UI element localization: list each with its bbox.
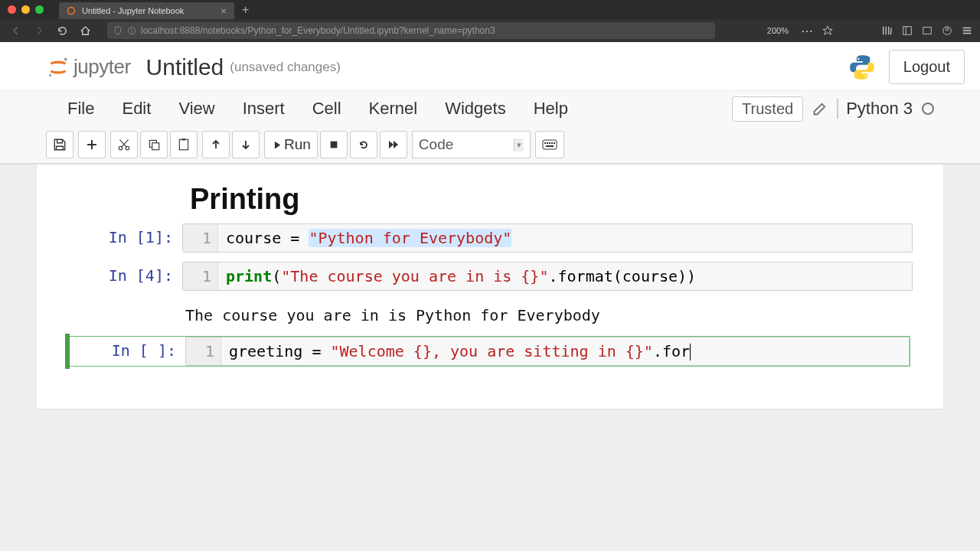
cell-prompt: In [ ]:: [70, 337, 185, 366]
maximize-window-icon[interactable]: [35, 5, 44, 14]
svg-rect-19: [330, 142, 337, 148]
trusted-badge[interactable]: Trusted: [732, 96, 803, 122]
hamburger-icon[interactable]: [962, 25, 972, 36]
more-icon[interactable]: ⋯: [801, 24, 813, 38]
menu-help[interactable]: Help: [520, 96, 582, 122]
info-icon: [127, 26, 136, 35]
svg-point-10: [49, 73, 51, 76]
tab-title: Untitled - Jupyter Notebook: [82, 6, 184, 15]
command-palette-button[interactable]: [535, 131, 564, 158]
forward-button: [31, 22, 47, 39]
paste-button[interactable]: [170, 131, 198, 158]
svg-rect-25: [554, 142, 555, 144]
browser-tab[interactable]: Untitled - Jupyter Notebook ×: [59, 2, 234, 19]
new-tab-button[interactable]: +: [242, 3, 249, 17]
output-cell: The course you are in is Python for Ever…: [67, 300, 913, 324]
account-icon[interactable]: [942, 25, 952, 36]
menu-widgets[interactable]: Widgets: [431, 96, 519, 122]
svg-rect-18: [182, 139, 186, 140]
line-gutter: 1: [186, 337, 221, 365]
jupyter-logo[interactable]: jupyter: [46, 55, 131, 80]
cell-input-area[interactable]: 1course = "Python for Everybody": [182, 223, 913, 253]
code-cell[interactable]: In [ ]:1greeting = "Welcome {}, you are …: [65, 334, 913, 369]
jupyter-toolbar: Run Code ▾: [0, 126, 980, 164]
home-button[interactable]: [77, 22, 93, 39]
notebook-title[interactable]: Untitled: [146, 54, 224, 80]
code-cell[interactable]: In [1]:1course = "Python for Everybody": [67, 223, 913, 253]
svg-rect-22: [547, 142, 548, 144]
reload-button[interactable]: [54, 22, 70, 39]
cell-input-area[interactable]: 1print("The course you are in is {}".for…: [182, 262, 913, 291]
library-icon[interactable]: [882, 25, 893, 36]
logout-button[interactable]: Logout: [889, 50, 965, 84]
restart-button[interactable]: [350, 131, 377, 158]
restart-run-all-button[interactable]: [380, 131, 407, 158]
menu-kernel[interactable]: Kernel: [355, 96, 432, 122]
notebook-container: Printing In [1]:1course = "Python for Ev…: [0, 165, 980, 551]
browser-tabstrip: Untitled - Jupyter Notebook × +: [0, 0, 980, 19]
run-button[interactable]: Run: [264, 131, 318, 158]
code-content[interactable]: print("The course you are in is {}".form…: [218, 262, 912, 290]
svg-point-11: [858, 57, 859, 59]
code-content[interactable]: course = "Python for Everybody": [218, 224, 912, 252]
svg-rect-17: [179, 139, 188, 150]
code-cell[interactable]: In [4]:1print("The course you are in is …: [67, 262, 913, 291]
jupyter-logo-text: jupyter: [74, 55, 131, 79]
svg-point-9: [64, 57, 67, 60]
cut-button[interactable]: [110, 131, 138, 158]
line-gutter: 1: [183, 262, 218, 290]
menu-cell[interactable]: Cell: [299, 96, 355, 122]
python-logo-icon: [848, 53, 877, 82]
kernel-status-icon: [922, 103, 934, 115]
back-button[interactable]: [8, 22, 24, 39]
close-tab-icon[interactable]: ×: [220, 5, 227, 17]
shield-icon: [113, 26, 122, 35]
text-cursor: [690, 344, 691, 360]
menubar: File Edit View Insert Cell Kernel Widget…: [0, 91, 980, 126]
code-content[interactable]: greeting = "Welcome {}, you are sitting …: [221, 337, 909, 365]
svg-rect-16: [152, 143, 159, 150]
svg-rect-20: [543, 140, 557, 149]
url-bar[interactable]: localhost:8888/notebooks/Python_for_Ever…: [107, 22, 715, 39]
cell-output: The course you are in is Python for Ever…: [182, 300, 600, 324]
svg-rect-26: [546, 145, 554, 147]
move-up-button[interactable]: [202, 131, 230, 158]
jupyter-favicon-icon: [67, 6, 76, 15]
bookmark-icon[interactable]: [822, 25, 833, 36]
menu-view[interactable]: View: [165, 96, 228, 122]
svg-point-0: [68, 8, 75, 15]
svg-rect-4: [903, 27, 912, 35]
cell-prompt: In [4]:: [67, 262, 182, 291]
menu-insert[interactable]: Insert: [229, 96, 299, 122]
save-status: (unsaved changes): [230, 60, 341, 75]
move-down-button[interactable]: [232, 131, 260, 158]
edit-icon[interactable]: [812, 101, 828, 116]
celltype-select[interactable]: Code ▾: [412, 131, 531, 158]
kernel-name[interactable]: Python 3: [837, 99, 913, 119]
menu-edit[interactable]: Edit: [108, 96, 165, 122]
celltype-value: Code: [419, 136, 453, 153]
zoom-level[interactable]: 200%: [767, 26, 789, 35]
add-cell-button[interactable]: [78, 131, 106, 158]
cell-prompt: In [1]:: [67, 223, 182, 253]
jupyter-header: jupyter Untitled (unsaved changes) Logou…: [0, 42, 980, 91]
line-gutter: 1: [183, 224, 218, 252]
svg-point-3: [131, 28, 132, 29]
sidebar-icon[interactable]: [902, 25, 913, 36]
chevron-down-icon: ▾: [514, 139, 524, 152]
jupyter-logo-icon: [46, 55, 70, 80]
cell-input-area[interactable]: 1greeting = "Welcome {}, you are sitting…: [185, 337, 910, 366]
copy-button[interactable]: [140, 131, 168, 158]
interrupt-button[interactable]: [320, 131, 348, 158]
window-controls: [8, 5, 44, 14]
menu-file[interactable]: File: [54, 96, 108, 122]
close-window-icon[interactable]: [8, 5, 16, 14]
heading: Printing: [190, 183, 913, 216]
markdown-cell[interactable]: Printing: [67, 183, 913, 223]
notebook: Printing In [1]:1course = "Python for Ev…: [37, 165, 943, 409]
svg-rect-21: [544, 142, 546, 144]
url-text: localhost:8888/notebooks/Python_for_Ever…: [141, 25, 495, 36]
minimize-window-icon[interactable]: [21, 5, 30, 14]
save-button[interactable]: [46, 131, 74, 158]
addons-icon[interactable]: [922, 25, 933, 36]
